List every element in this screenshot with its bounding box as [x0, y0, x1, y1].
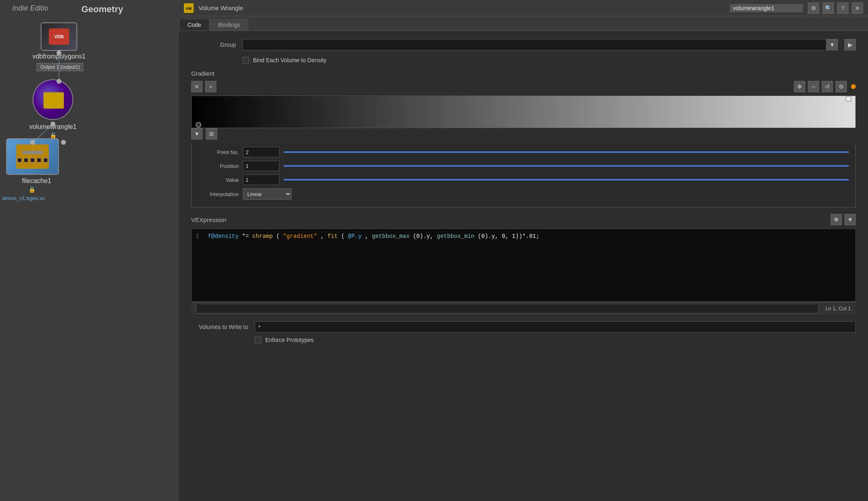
- window-icon: VW: [184, 3, 194, 13]
- enforce-prototypes-label: Enforce Prototypes: [265, 337, 314, 343]
- gradient-canvas: [192, 96, 855, 128]
- position-input[interactable]: [243, 161, 279, 171]
- gradient-move-btn[interactable]: ✥: [794, 81, 805, 92]
- vex-move-btn[interactable]: ✥: [831, 214, 842, 225]
- interpolation-select[interactable]: Constant Linear Catmull-Rom Monotone Cub…: [243, 188, 292, 200]
- volumes-row: Volumes to Write to: [191, 321, 856, 333]
- group-arrow-btn[interactable]: ▶: [844, 39, 856, 50]
- vexpression-header: VEXpression ✥ ▼: [191, 214, 856, 225]
- node-fc-label: filecache1: [10, 177, 63, 185]
- info-btn[interactable]: ?: [837, 2, 848, 14]
- position-label: Position: [198, 163, 239, 169]
- kw-paren2: (: [341, 233, 345, 240]
- point-no-slider[interactable]: [284, 151, 849, 153]
- group-input[interactable]: [242, 39, 827, 50]
- node-volumewrangle[interactable]: volumewrangle1 🔒: [33, 79, 73, 120]
- value-label: Value: [198, 177, 239, 183]
- indie-label: Indie Editio: [12, 4, 48, 13]
- value-input[interactable]: [243, 174, 279, 185]
- title-buttons: ⚙ 🔍 ? ✕: [808, 2, 863, 14]
- fc-icon[interactable]: [6, 138, 59, 175]
- node-graph: Indie Editio Geometry VDB Output 1 (outp…: [0, 0, 179, 501]
- gradient-resize-btn[interactable]: ⊞: [206, 128, 217, 139]
- code-content: f@density *= chramp ( "gradient" , fit (…: [208, 233, 539, 240]
- gradient-flip-btn[interactable]: ↔: [808, 81, 819, 92]
- group-dropdown-btn[interactable]: ▼: [827, 39, 838, 50]
- tab-code[interactable]: Code: [179, 19, 209, 30]
- tabs: Code Bindings: [179, 16, 868, 31]
- gradient-settings-btn[interactable]: ⚙: [835, 81, 847, 92]
- bind-volume-checkbox[interactable]: [242, 57, 249, 63]
- node-filecache[interactable]: filecache1 🔒 atmos_v1.bgeo.sc: [6, 138, 59, 175]
- gradient-handle-right[interactable]: [846, 96, 851, 102]
- enforce-prototypes-checkbox[interactable]: [255, 337, 261, 343]
- window-title: Volume Wrangle: [198, 4, 725, 11]
- fc-dots: [17, 158, 48, 162]
- gradient-toolbar-left: ✕ +: [191, 81, 216, 92]
- interpolation-row: Interpolation Constant Linear Catmull-Ro…: [198, 188, 849, 200]
- vw-lock-icon: 🔒: [50, 132, 57, 139]
- kw-op: *=: [242, 233, 252, 240]
- close-btn[interactable]: ✕: [852, 2, 863, 14]
- point-no-input[interactable]: [243, 147, 279, 157]
- gradient-toolbar-right: ✥ ↔ ↺ ⚙: [794, 81, 856, 92]
- node-vw-label: volumewrangle1: [20, 123, 85, 131]
- settings-btn[interactable]: ⚙: [808, 2, 819, 14]
- title-bar: VW Volume Wrangle ⚙ 🔍 ? ✕: [179, 0, 868, 16]
- point-no-row: Point No.: [198, 147, 849, 157]
- node-name-input[interactable]: [730, 4, 803, 12]
- gradient-expand-btn[interactable]: ▼: [191, 128, 203, 139]
- gradient-add-btn[interactable]: +: [205, 81, 216, 92]
- code-line-1: 1 f@density *= chramp ( "gradient" , fit…: [196, 233, 851, 240]
- kw-comma2: ,: [365, 233, 372, 240]
- vdb-icon[interactable]: VDB: [41, 22, 77, 51]
- wire-svg: [0, 0, 179, 244]
- vexpression-label: VEXpression: [191, 216, 227, 223]
- kw-comma1: ,: [321, 233, 327, 240]
- gradient-controls: Point No. Position Value Interpolation C…: [191, 143, 856, 207]
- search-btn[interactable]: 🔍: [822, 2, 834, 14]
- bind-volume-row: Bind Each Volume to Density: [191, 57, 856, 63]
- volumes-label: Volumes to Write to: [191, 324, 248, 330]
- bind-volume-label: Bind Each Volume to Density: [253, 57, 327, 63]
- kw-getbbox2: getbbox_min: [437, 233, 474, 240]
- value-slider[interactable]: [284, 179, 849, 181]
- interpolation-label: Interpolation: [198, 191, 239, 197]
- line-number: 1: [196, 233, 204, 240]
- gradient-bar-container[interactable]: [191, 96, 856, 128]
- status-input[interactable]: [196, 304, 819, 314]
- group-row: Group ▼ ▶: [191, 39, 856, 50]
- code-editor[interactable]: 1 f@density *= chramp ( "gradient" , fit…: [191, 229, 856, 302]
- gradient-rotate-btn[interactable]: ↺: [822, 81, 833, 92]
- kw-fit: fit: [327, 233, 338, 240]
- group-label: Group: [191, 41, 236, 48]
- kw-fdensity: f@density: [208, 233, 239, 240]
- point-no-label: Point No.: [198, 149, 239, 155]
- group-input-group: ▼: [242, 39, 838, 50]
- status-bar: Ln 1, Col 1: [191, 302, 856, 315]
- node-vdb-label: vdbfrompolygons1: [24, 53, 94, 60]
- svg-text:VW: VW: [186, 7, 192, 11]
- geometry-label: Geometry: [81, 4, 123, 15]
- gradient-handle-left[interactable]: [196, 122, 201, 128]
- gradient-toolbar: ✕ + ✥ ↔ ↺ ⚙: [191, 81, 856, 92]
- gradient-color-dot: [851, 84, 856, 89]
- node-tooltip: Output 1 (output1): [37, 63, 83, 71]
- right-panel: VW Volume Wrangle ⚙ 🔍 ? ✕ Code Bindings …: [179, 0, 868, 501]
- position-row: Position: [198, 161, 849, 171]
- vdb-inner-icon: VDB: [49, 28, 69, 45]
- gradient-section-label: Gradient: [191, 70, 856, 77]
- vw-icon[interactable]: [33, 79, 73, 120]
- node-vdbfrompolygons[interactable]: VDB Output 1 (output1) vdbfrompolygons1: [41, 22, 77, 51]
- fc-file-label: atmos_v1.bgeo.sc: [2, 195, 45, 201]
- volumes-input[interactable]: [255, 321, 856, 333]
- kw-getbbox1: getbbox_max: [372, 233, 409, 240]
- vex-expand-btn[interactable]: ▼: [844, 214, 856, 225]
- gradient-remove-btn[interactable]: ✕: [191, 81, 203, 92]
- tab-bindings[interactable]: Bindings: [209, 19, 249, 30]
- kw-paren1: (: [276, 233, 279, 240]
- status-position: Ln 1, Col 1: [819, 305, 851, 311]
- kw-chramp: chramp: [252, 233, 273, 240]
- svg-point-6: [61, 140, 66, 145]
- position-slider[interactable]: [284, 165, 849, 167]
